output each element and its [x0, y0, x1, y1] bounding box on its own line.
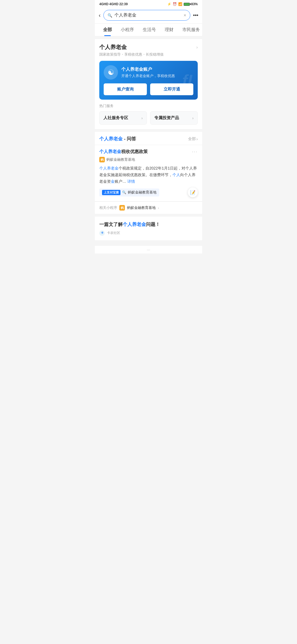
investment-product-label: 专属投资产品	[154, 115, 179, 121]
qa-item-title-text: 税收优惠政策	[121, 149, 148, 154]
account-query-button[interactable]: 账户查询	[104, 83, 147, 95]
hot-services-label: 热门服务	[99, 103, 198, 108]
tab-life[interactable]: 生活号	[138, 24, 160, 36]
banner-desc: 开通个人养老金账户，享税收优惠	[121, 73, 175, 78]
banner-watermark: fI	[182, 71, 192, 90]
banner-buttons: 账户查询 立即开通	[104, 83, 193, 95]
bluetooth-icon: ⚡	[167, 2, 171, 6]
back-button[interactable]: ‹	[99, 12, 101, 18]
qa-section-title: 个人养老金 - 问答	[99, 136, 136, 142]
qa-view-all-button[interactable]: 全部 ›	[188, 137, 198, 141]
status-right: ⚡ ⏰ 📶 83%	[167, 2, 198, 6]
qa-title-highlight: 个人养老金	[99, 136, 123, 141]
banner-title: 个人养老金账户	[121, 67, 175, 72]
edit-button[interactable]: 📝	[188, 187, 198, 197]
qa-source-row: 蚂 蚂蚁金融教育基地	[99, 157, 198, 162]
tab-miniapp[interactable]: 小程序	[116, 24, 138, 36]
tab-all[interactable]: 全部	[99, 24, 116, 36]
banner-text: 个人养老金账户 开通个人养老金账户，享税收优惠	[121, 67, 175, 78]
pension-card-arrow[interactable]: ›	[196, 45, 198, 50]
search-tag-text: 蚂蚁金融教育基地	[128, 190, 156, 195]
qa-content-hl5: 金	[111, 179, 115, 184]
alarm-icon: ⏰	[173, 2, 177, 6]
time-display: 22:39	[119, 2, 128, 6]
search-tag[interactable]: 上支付宝搜 🔍 蚂蚁金融教育基地	[99, 189, 159, 197]
social-service-button[interactable]: 人社服务专区 ›	[99, 111, 147, 125]
pension-blue-banner: ☯ 个人养老金账户 开通个人养老金账户，享税收优惠 fI 账户查询 立即开通	[99, 61, 198, 100]
related-arrow[interactable]: ›	[158, 206, 159, 210]
search-icon: 🔍	[108, 13, 112, 18]
qa-item-more-button[interactable]: ···	[192, 149, 198, 155]
search-tag-search-icon: 🔍	[122, 190, 126, 194]
article-title-text3: 问题！	[146, 222, 160, 227]
tab-citizen[interactable]: 市民服务	[178, 24, 202, 36]
article-title-hl: 个人养老金	[123, 222, 146, 227]
status-left: 4GHD 4GHD 22:39	[99, 2, 128, 6]
article-card: 一篇文了解个人养老金问题！ 卡 卡农社区	[95, 217, 202, 240]
article-source-logo: 卡	[99, 230, 105, 236]
qa-all-arrow: ›	[196, 137, 198, 141]
tabs-bar: 全部 小程序 生活号 理财 市民服务	[95, 24, 202, 36]
tab-finance[interactable]: 理财	[160, 24, 178, 36]
qa-content: 个人养老金个税政策规定，自2022年1月1日起，对个人养老金实施递延纳税优惠政策…	[99, 165, 198, 185]
qa-header: 个人养老金 - 问答 全部 ›	[95, 132, 202, 145]
network-signal-left: 4GHD	[99, 2, 108, 6]
search-tag-row: 上支付宝搜 🔍 蚂蚁金融教育基地 📝	[99, 187, 198, 197]
search-input-value[interactable]: 个人养老金	[114, 12, 182, 18]
investment-product-arrow: ›	[192, 116, 194, 120]
clear-search-button[interactable]: ×	[184, 13, 186, 18]
main-content: 个人养老金 › 国家政策指导・享税收优惠・长投稳增值 ☯ 个人养老金账户 开通个…	[95, 36, 202, 246]
source-icon: 蚂	[99, 157, 105, 162]
qa-item: 个人养老金税收优惠政策 ··· 蚂 蚂蚁金融教育基地 个人养老金个税政策规定，自…	[95, 145, 202, 201]
related-name: 蚂蚁金融教育基地	[127, 205, 156, 210]
related-label: 相关小程序	[99, 205, 117, 210]
banner-top-row: ☯ 个人养老金账户 开通个人养老金账户，享税收优惠 fI	[104, 65, 193, 80]
investment-product-button[interactable]: 专属投资产品 ›	[150, 111, 198, 125]
wifi-icon: 📶	[178, 2, 182, 6]
search-box[interactable]: 🔍 个人养老金 ×	[103, 10, 190, 21]
network-signal-right: 4GHD	[109, 2, 118, 6]
qa-title-text: - 问答	[123, 136, 136, 141]
qa-section: 个人养老金 - 问答 全部 › 个人养老金税收优惠政策 ··· 蚂 蚂蚁金融教育…	[95, 132, 202, 214]
banner-icon: ☯	[104, 65, 118, 80]
bottom-placeholder: —	[147, 248, 150, 251]
qa-all-label: 全部	[188, 137, 196, 141]
source-name: 蚂蚁金融教育基地	[106, 157, 135, 162]
qa-item-title-hl: 个人养老金	[99, 149, 121, 154]
related-miniapp-row: 相关小程序 蚂 蚂蚁金融教育基地 ›	[95, 201, 202, 214]
social-service-arrow: ›	[141, 116, 143, 120]
article-source-name: 卡农社区	[107, 231, 120, 235]
qa-content-hl3: 个人	[172, 173, 180, 177]
qa-detail-link[interactable]: 详情	[127, 179, 135, 184]
qa-item-title: 个人养老金税收优惠政策	[99, 149, 192, 155]
pension-card: 个人养老金 › 国家政策指导・享税收优惠・长投稳增值 ☯ 个人养老金账户 开通个…	[95, 39, 202, 129]
article-title: 一篇文了解个人养老金问题！	[99, 221, 198, 228]
bottom-bar: —	[95, 246, 202, 253]
edit-icon: 📝	[190, 190, 196, 195]
search-header: ‹ 🔍 个人养老金 × •••	[95, 7, 202, 24]
pension-card-subtitle: 国家政策指导・享税收优惠・长投稳增值	[99, 52, 198, 57]
qa-content-text6: 账户…	[115, 179, 127, 184]
battery-percent: 83%	[191, 2, 198, 6]
social-service-label: 人社服务专区	[103, 115, 128, 121]
search-tag-platform-label: 上支付宝搜	[102, 190, 120, 195]
pension-card-title: 个人养老金	[99, 43, 127, 51]
qa-item-title-row: 个人养老金税收优惠政策 ···	[99, 149, 198, 155]
qa-content-hl1: 个人养老金	[99, 166, 119, 170]
card-title-row: 个人养老金 ›	[99, 43, 198, 51]
battery-icon	[184, 3, 190, 6]
service-buttons: 人社服务专区 › 专属投资产品 ›	[99, 111, 198, 125]
more-options-button[interactable]: •••	[193, 12, 198, 18]
article-source-row: 卡 卡农社区	[99, 230, 198, 236]
status-bar: 4GHD 4GHD 22:39 ⚡ ⏰ 📶 83%	[95, 0, 202, 7]
article-title-text1: 一篇文了解	[99, 222, 123, 227]
related-icon: 蚂	[119, 205, 125, 211]
